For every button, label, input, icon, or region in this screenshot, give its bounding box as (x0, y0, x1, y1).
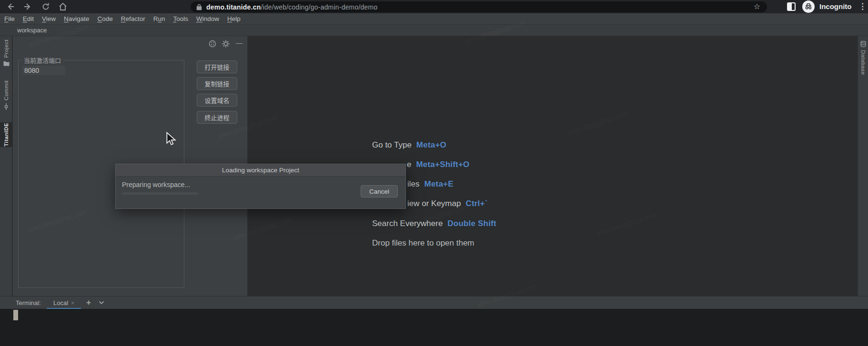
dialog-title: Loading workspace Project (116, 164, 405, 177)
ide-menu-bar: File Edit View Navigate Code Refactor Ru… (0, 13, 868, 25)
sidebar-item-commit[interactable]: Commit (0, 80, 12, 119)
set-domain-button[interactable]: 设置域名 (197, 94, 237, 107)
menu-refactor[interactable]: Refactor (121, 15, 145, 22)
chevron-down-icon[interactable] (99, 301, 104, 305)
incognito-icon (802, 0, 815, 13)
gear-icon[interactable] (222, 40, 230, 48)
terminal-cursor (13, 310, 18, 320)
forward-icon[interactable] (23, 2, 32, 11)
menu-help[interactable]: Help (227, 15, 241, 22)
shortcut-go-to-type: Go to TypeMeta+O (372, 140, 446, 150)
url-domain: demo.titanide.cn (206, 3, 261, 11)
bookmark-star-icon[interactable]: ☆ (754, 2, 760, 11)
kill-process-button[interactable]: 终止进程 (197, 111, 237, 124)
menu-view[interactable]: View (42, 15, 56, 22)
home-icon[interactable] (58, 2, 68, 11)
address-bar[interactable]: demo.titanide.cn/ide/web/coding/go-admin… (191, 1, 767, 12)
menu-edit[interactable]: Edit (23, 15, 34, 22)
sidebar-item-titanide[interactable]: TitanIDE (0, 122, 12, 147)
drop-files-hint: Drop files here to open them (372, 238, 474, 248)
terminal-tab-local[interactable]: Local × (47, 297, 81, 309)
titanide-label: TitanIDE (3, 123, 9, 147)
copy-link-button[interactable]: 复制链接 (197, 77, 237, 90)
active-port-legend: 当前激活端口 (21, 56, 63, 65)
menu-navigate[interactable]: Navigate (64, 15, 89, 22)
left-tool-stripe: Project Commit TitanIDE (0, 36, 12, 296)
breadcrumb[interactable]: workspace (17, 27, 47, 34)
close-tab-icon[interactable]: × (71, 300, 74, 306)
folder-icon (3, 61, 10, 66)
menu-code[interactable]: Code (97, 15, 112, 22)
back-icon[interactable] (6, 2, 15, 11)
new-terminal-icon[interactable]: + (86, 298, 91, 307)
sidebar-item-project[interactable]: Project (0, 40, 12, 79)
right-tool-stripe: Database (858, 36, 868, 296)
browser-menu-icon[interactable]: ⋮ (858, 1, 867, 11)
shortcut-recent-files: ilesMeta+E (407, 179, 454, 189)
database-icon (860, 41, 866, 48)
shortcut-search-everywhere: Search EverywhereDouble Shift (372, 219, 496, 228)
menu-window[interactable]: Window (196, 15, 219, 22)
url-path: /ide/web/coding/go-admin-demo/demo (261, 3, 377, 11)
loading-workspace-dialog: Loading workspace Project Preparing work… (115, 164, 406, 209)
dialog-message: Preparing workspace... (122, 181, 190, 188)
menu-run[interactable]: Run (153, 15, 165, 22)
reload-icon[interactable] (41, 2, 50, 11)
side-panel-icon[interactable] (787, 2, 796, 11)
terminal-output-area[interactable] (0, 309, 868, 346)
progress-bar (122, 192, 198, 195)
terminal-label: Terminal: (16, 299, 41, 306)
titanide-window: demo.titanide.cn/ide/web/coding/go-admin… (0, 0, 868, 346)
globe-icon[interactable] (209, 40, 216, 48)
shortcut-go-to-file: eMeta+Shift+O (407, 160, 469, 169)
port-list-item[interactable]: 8080 (22, 66, 65, 75)
shortcut-view-or-keymap: iew or KeymapCtrl+` (407, 199, 488, 208)
commit-icon (3, 103, 9, 110)
mouse-cursor (165, 132, 177, 148)
incognito-label: Incognito (819, 2, 852, 10)
menu-file[interactable]: File (4, 15, 15, 22)
project-label: Project (3, 40, 9, 58)
sidebar-item-database[interactable]: Database (858, 41, 868, 75)
open-link-button[interactable]: 打开链接 (197, 60, 237, 73)
hide-panel-icon[interactable]: — (236, 39, 242, 47)
menu-tools[interactable]: Tools (173, 15, 188, 22)
browser-toolbar: demo.titanide.cn/ide/web/coding/go-admin… (0, 0, 868, 13)
cancel-button[interactable]: Cancel (361, 185, 398, 198)
database-label: Database (860, 50, 866, 75)
commit-label: Commit (3, 80, 9, 100)
lock-icon (196, 4, 202, 10)
navigation-bar: workspace (0, 25, 868, 36)
terminal-tab-bar: Terminal: Local × + (0, 296, 868, 309)
